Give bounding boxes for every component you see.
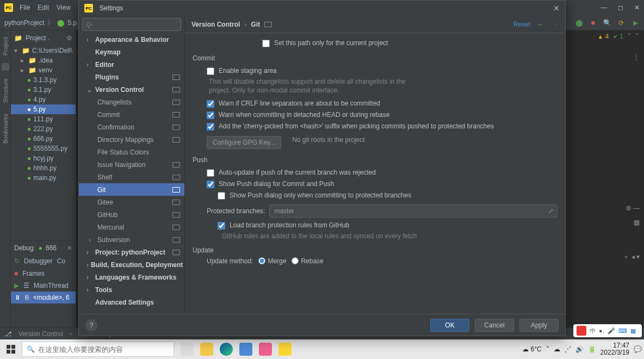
- nav-vc-github[interactable]: GitHub: [79, 208, 184, 221]
- nav-vc-shelf[interactable]: Shelf: [79, 171, 184, 183]
- add-watch-icon[interactable]: ＋ ◂ ▾: [623, 252, 640, 262]
- nav-bed[interactable]: ›Build, Execution, Deployment: [79, 258, 184, 271]
- tree-file[interactable]: 5555555.py: [33, 145, 67, 152]
- tray-chevron-icon[interactable]: ˄: [546, 345, 549, 353]
- explorer-icon[interactable]: [200, 343, 213, 356]
- tree-folder[interactable]: venv: [39, 66, 52, 74]
- maximize-icon[interactable]: ◻: [618, 4, 623, 11]
- check-warn-detached[interactable]: [207, 112, 214, 119]
- strip-icon[interactable]: [2, 63, 9, 71]
- menu-edit[interactable]: Edit: [38, 4, 49, 11]
- tree-root[interactable]: C:\Users\Dell\: [32, 47, 72, 54]
- nav-vc-commit[interactable]: Commit: [79, 108, 184, 121]
- nav-vc-gitee[interactable]: Gitee: [79, 196, 184, 208]
- project-settings-icon[interactable]: ⚙: [66, 34, 72, 42]
- input-protected-branches[interactable]: master ⤢: [269, 205, 558, 218]
- weather-widget[interactable]: ☁ 6°C: [522, 345, 541, 353]
- nav-vc-confirmation[interactable]: Confirmation: [79, 121, 184, 133]
- ime-toolbar[interactable]: 中●,🎤⌨▦: [573, 324, 642, 337]
- check-cherry-pick[interactable]: [207, 123, 214, 131]
- run-icon[interactable]: ▶: [631, 18, 640, 27]
- nav-vc-git[interactable]: Git: [79, 183, 184, 196]
- expand-icon[interactable]: ⤢: [548, 207, 554, 215]
- taskbar-search-input[interactable]: [38, 345, 169, 354]
- strip-structure[interactable]: Structure: [2, 75, 9, 106]
- nav-project[interactable]: ›Project: pythonProject: [79, 246, 184, 258]
- nav-vc-dirmap[interactable]: Directory Mappings: [79, 133, 184, 146]
- tray-battery-icon[interactable]: 🔋: [588, 345, 596, 353]
- inspection-warnings[interactable]: ▲ 4: [598, 33, 609, 40]
- edge-icon[interactable]: [220, 343, 233, 356]
- forward-icon[interactable]: →: [551, 20, 559, 29]
- nav-appearance[interactable]: ›Appearance & Behavior: [79, 33, 184, 46]
- nav-plugins[interactable]: Plugins: [79, 71, 184, 83]
- strip-project[interactable]: Project: [2, 34, 9, 59]
- nav-keymap[interactable]: Keymap: [79, 46, 184, 58]
- tree-file[interactable]: hcyj.py: [33, 154, 53, 162]
- tab-console[interactable]: Co: [57, 257, 65, 265]
- breadcrumb-project[interactable]: pythonProject: [4, 19, 44, 27]
- breadcrumb-file[interactable]: 5.p: [67, 19, 77, 27]
- check-warn-crlf[interactable]: [207, 100, 214, 108]
- sync-icon[interactable]: ⟳: [617, 18, 626, 27]
- ok-button[interactable]: OK: [430, 319, 469, 332]
- stop-icon[interactable]: ■: [589, 18, 597, 27]
- pycharm-task-icon[interactable]: [278, 343, 292, 356]
- tree-file[interactable]: 222.py: [33, 125, 53, 133]
- debug-config[interactable]: 666: [46, 244, 57, 252]
- tree-file[interactable]: 666.py: [33, 135, 53, 143]
- gear-icon[interactable]: ⚙ —: [626, 205, 640, 212]
- inspection-ok[interactable]: ✔ 1: [613, 33, 623, 40]
- tray-wifi-icon[interactable]: ⋰: [565, 345, 571, 353]
- tree-file-selected[interactable]: 5.py: [33, 106, 46, 113]
- frame-module[interactable]: <module>, 6: [33, 294, 72, 301]
- tab-debugger[interactable]: Debugger: [24, 257, 53, 265]
- layout-icon[interactable]: ▦: [634, 219, 640, 226]
- check-load-rules[interactable]: [218, 222, 225, 230]
- start-button[interactable]: [2, 341, 20, 358]
- more-icon[interactable]: ⋮: [633, 53, 640, 61]
- check-set-path-only[interactable]: [262, 40, 270, 47]
- check-show-push-protected[interactable]: [218, 192, 225, 200]
- tray-speaker-icon[interactable]: 🔊: [575, 345, 584, 353]
- stop-icon[interactable]: ■: [14, 270, 18, 277]
- nav-vc-subversion[interactable]: ›Subversion: [79, 233, 184, 246]
- close-icon[interactable]: ✕: [634, 4, 640, 11]
- menu-file[interactable]: File: [20, 4, 30, 11]
- nav-editor[interactable]: ›Editor: [79, 58, 184, 71]
- file-icon[interactable]: [239, 343, 252, 356]
- project-header[interactable]: Project .: [26, 34, 49, 42]
- settings-search-input[interactable]: [86, 21, 177, 28]
- tray-date[interactable]: 2022/3/19: [600, 349, 629, 356]
- tree-file[interactable]: 4.py: [33, 96, 46, 103]
- configure-gpg-button[interactable]: Configure GPG Key...: [207, 136, 281, 149]
- tree-file[interactable]: 3.1.3.py: [33, 76, 57, 84]
- resume-icon[interactable]: ▶: [14, 282, 19, 289]
- build-icon[interactable]: ⬤: [574, 18, 583, 27]
- crumb-git[interactable]: Git: [251, 21, 260, 28]
- chevron-down-icon[interactable]: ˅: [635, 33, 639, 40]
- rerun-icon[interactable]: ↻: [14, 257, 20, 265]
- menu-view[interactable]: View: [57, 4, 71, 11]
- back-icon[interactable]: ←: [537, 20, 544, 29]
- nav-advanced[interactable]: Advanced Settings: [79, 296, 184, 308]
- chevron-up-icon[interactable]: ˄: [628, 33, 631, 40]
- taskbar-search[interactable]: 🔍: [22, 342, 174, 357]
- debug-close-icon[interactable]: ✕: [67, 244, 72, 252]
- footer-vc[interactable]: Version Control: [18, 330, 63, 338]
- tray-cloud-icon[interactable]: ☁: [554, 345, 560, 353]
- radio-rebase[interactable]: Rebase: [292, 257, 323, 265]
- task-view-icon[interactable]: [181, 343, 194, 356]
- crumb-vc[interactable]: Version Control: [191, 21, 240, 28]
- nav-vc-changelists[interactable]: Changelists: [79, 96, 184, 108]
- snip-icon[interactable]: [259, 343, 272, 356]
- tree-file[interactable]: 3.1.py: [33, 86, 51, 94]
- nav-languages[interactable]: ›Languages & Frameworks: [79, 271, 184, 283]
- notification-icon[interactable]: 💬: [634, 345, 642, 353]
- help-button[interactable]: ?: [85, 319, 97, 331]
- nav-version-control[interactable]: ⌄Version Control: [79, 83, 184, 96]
- pause-icon[interactable]: ⏸: [14, 294, 21, 301]
- reset-link[interactable]: Reset: [513, 21, 530, 28]
- check-enable-staging[interactable]: [207, 67, 214, 75]
- tree-file[interactable]: 111.py: [33, 115, 53, 123]
